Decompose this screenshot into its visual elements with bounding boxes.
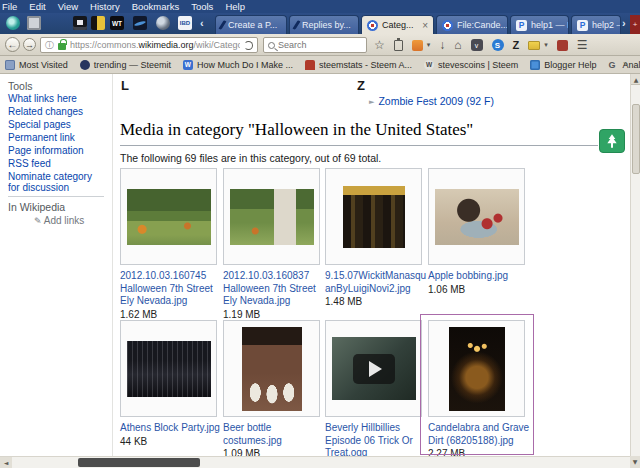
bookmark-trending-steemit[interactable]: trending — Steemit	[80, 60, 171, 70]
bookmark-stevescoins[interactable]: Wstevescoins | Steem	[424, 60, 518, 70]
pinned-tab-ibd-icon[interactable]: IBD	[178, 16, 192, 30]
tab-replies[interactable]: Replies by...	[289, 15, 359, 34]
downloads-icon[interactable]: ↓	[439, 38, 445, 52]
file-link[interactable]: Beverly Hillbillies Episode 06 Trick Or …	[325, 422, 431, 456]
tab-file-candelabra[interactable]: File:Cande...	[436, 15, 508, 34]
new-tab-button[interactable]: +	[630, 15, 640, 34]
google-g-icon: G	[608, 60, 618, 70]
menu-history[interactable]: History	[90, 1, 120, 12]
pinned-tab-door-icon[interactable]	[91, 16, 105, 30]
pinned-tab-camera-icon[interactable]	[73, 16, 87, 30]
file-link[interactable]: Beer bottle costumes.jpg	[223, 422, 329, 447]
pinned-tab-swirl-icon[interactable]	[6, 16, 20, 30]
sidebar-item-page-information[interactable]: Page information	[8, 146, 104, 157]
sidebar-item-nominate-category[interactable]: Nominate category for discussion	[8, 172, 104, 193]
tab-category-active[interactable]: Categ... ×	[361, 15, 434, 34]
z-addon-icon[interactable]: Z	[513, 39, 520, 51]
subcategory-link-zombie-fest[interactable]: Zombie Fest 2009 (92 F)	[378, 95, 494, 107]
vertical-scrollbar[interactable]: ▲	[630, 74, 640, 456]
chevron-down-icon[interactable]: ▾	[427, 41, 431, 49]
thumbnail-link[interactable]	[223, 320, 320, 417]
bookmark-most-visited[interactable]: Most Visited	[5, 60, 68, 70]
gallery-item: Athens Block Party.jpg44 KB	[120, 320, 217, 448]
sidebar-item-permanent-link[interactable]: Permanent link	[8, 133, 104, 144]
page-title: Media in category "Halloween in the Unit…	[120, 120, 598, 146]
s-addon-icon[interactable]: S	[492, 39, 504, 51]
pinned-tab-wt-icon[interactable]: WT	[110, 16, 124, 30]
tab-help2[interactable]: P help2 — P...	[571, 15, 621, 34]
forward-button[interactable]: →	[23, 38, 36, 51]
home-icon[interactable]: ⌂	[454, 38, 461, 52]
horizontal-scrollbar-thumb[interactable]	[78, 458, 200, 467]
thumbnail-image	[435, 189, 519, 245]
person-red-icon	[305, 60, 315, 70]
bookmark-steemstats[interactable]: steemstats - Steem A...	[305, 60, 412, 70]
sidebar-item-related-changes[interactable]: Related changes	[8, 107, 104, 118]
scroll-up-icon[interactable]: ▲	[631, 74, 640, 85]
menu-help[interactable]: Help	[225, 1, 245, 12]
red-addon-icon[interactable]	[557, 40, 568, 51]
file-link[interactable]: 2012.10.03.160837 Halloween 7th Street E…	[223, 270, 329, 308]
sidebar-item-rss-feed[interactable]: RSS feed	[8, 159, 104, 170]
menu-bookmarks[interactable]: Bookmarks	[132, 1, 180, 12]
file-size: 1.06 MB	[428, 284, 534, 297]
horizontal-scrollbar[interactable]: ◄	[0, 456, 630, 468]
sidebar-rule	[8, 196, 104, 197]
bookmarks-overflow-icon[interactable]: »	[623, 59, 628, 69]
thumbnail-link[interactable]	[428, 320, 525, 417]
thumbnail-link[interactable]	[120, 168, 217, 265]
thumbnail-link[interactable]	[428, 168, 525, 265]
bookmark-how-much[interactable]: WHow Much Do I Make ...	[183, 60, 293, 70]
thumbnail-link[interactable]	[223, 168, 320, 265]
menu-file[interactable]: File	[2, 1, 17, 12]
file-link[interactable]: Athens Block Party.jpg	[120, 422, 226, 435]
scroll-left-icon[interactable]: ◄	[0, 457, 12, 468]
pocket-icon[interactable]: v	[471, 39, 483, 51]
bookmark-star-icon[interactable]: ☆	[374, 38, 385, 52]
gallery-item: Beverly Hillbillies Episode 06 Trick Or …	[325, 320, 422, 456]
chevron-down-icon[interactable]: ▾	[544, 41, 548, 49]
sidebar-item-what-links-here[interactable]: What links here	[8, 94, 104, 105]
thumbnail-link[interactable]	[120, 320, 217, 417]
pinned-tab-swoosh-icon[interactable]	[133, 16, 147, 30]
orange-addon-icon[interactable]	[412, 40, 423, 51]
expand-arrow-icon[interactable]: ►	[369, 98, 374, 106]
tab-label: Replies by...	[302, 20, 351, 30]
pinned-tab-globe-icon[interactable]	[156, 16, 170, 30]
search-input[interactable]	[278, 40, 350, 50]
url-bar[interactable]: ⓘ https://commons.wikimedia.org/wiki/Cat…	[40, 37, 258, 53]
p-icon: P	[577, 20, 588, 31]
clipboard-icon[interactable]	[394, 40, 403, 51]
menu-view[interactable]: View	[58, 1, 78, 12]
tab-scroll-left-icon[interactable]: ‹	[200, 17, 204, 29]
thumbnail-link[interactable]	[325, 168, 422, 265]
menu-edit[interactable]: Edit	[29, 1, 45, 12]
file-link[interactable]: 2012.10.03.160745 Halloween 7th Street E…	[120, 270, 226, 308]
play-button-icon[interactable]	[353, 354, 395, 384]
file-link[interactable]: 9.15.07WickitManasquanByLuigiNovi2.jpg	[325, 270, 431, 295]
hamburger-menu-icon[interactable]: ☰	[577, 38, 588, 52]
vertical-scrollbar-thumb[interactable]	[632, 104, 640, 174]
folder-icon[interactable]	[528, 41, 540, 50]
sidebar-item-special-pages[interactable]: Special pages	[8, 120, 104, 131]
scroll-down-icon[interactable]: ▼	[630, 456, 640, 468]
tab-create-post[interactable]: Create a P...	[215, 15, 287, 34]
site-info-icon[interactable]: ⓘ	[45, 39, 54, 52]
pinned-tab-qr-icon[interactable]	[27, 16, 41, 30]
bookmark-blogger-help[interactable]: Blogger Help	[530, 60, 596, 70]
back-button[interactable]: ←	[5, 37, 20, 52]
reload-icon[interactable]	[244, 41, 253, 50]
file-link[interactable]: Candelabra and Grave Dirt (68205188).jpg	[428, 422, 534, 447]
file-link[interactable]: Apple bobbing.jpg	[428, 270, 534, 283]
good-pictures-button[interactable]	[599, 129, 625, 153]
tab-scroll-right-icon[interactable]: ›	[622, 17, 626, 29]
menu-tools[interactable]: Tools	[191, 1, 213, 12]
search-box[interactable]	[263, 37, 367, 53]
tab-label: Create a P...	[228, 20, 277, 30]
tab-close-icon[interactable]: ×	[422, 20, 428, 31]
add-links-button[interactable]: ✎ Add links	[34, 215, 84, 226]
thumbnail-link[interactable]	[325, 320, 422, 417]
tab-label: File:Cande...	[457, 20, 508, 30]
w-gray-icon: W	[424, 60, 434, 70]
tab-help1[interactable]: P help1 — P...	[510, 15, 569, 34]
